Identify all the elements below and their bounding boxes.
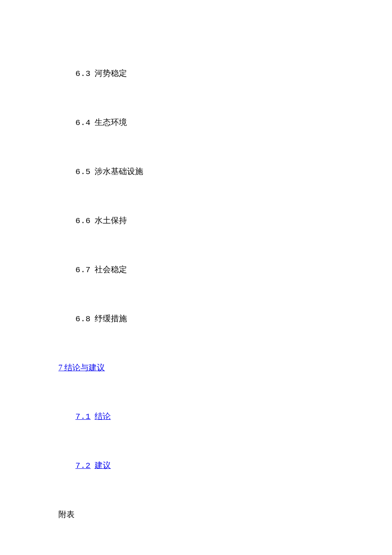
toc-link-number[interactable]: 7.2 xyxy=(75,461,91,471)
toc-number: 6.6 xyxy=(75,216,91,226)
toc-number: 6.8 xyxy=(75,314,91,324)
toc-item-6-3: 6.3 河势稳定 xyxy=(50,49,392,98)
toc-number: 6.4 xyxy=(75,118,91,128)
toc-spacer xyxy=(91,118,95,127)
toc-link-number[interactable]: 7.1 xyxy=(75,412,91,421)
toc-text: 社会稳定 xyxy=(95,265,127,274)
toc-text: 水土保持 xyxy=(95,216,127,225)
toc-number: 6.5 xyxy=(75,167,91,177)
document-page: 6.3 河势稳定 6.4 生态环境 6.5 涉水基础设施 6.6 水土保持 6.… xyxy=(0,0,392,555)
toc-text: 涉水基础设施 xyxy=(95,167,143,176)
toc-number: 6.7 xyxy=(75,265,91,275)
toc-text: 河势稳定 xyxy=(95,69,127,78)
toc-item-6-4: 6.4 生态环境 xyxy=(50,98,392,147)
toc-heading: 附表 xyxy=(58,510,75,519)
toc-spacer xyxy=(91,412,95,421)
toc-link-text[interactable]: 建议 xyxy=(95,461,111,470)
toc-spacer xyxy=(91,461,95,470)
toc-item-6-6: 6.6 水土保持 xyxy=(50,196,392,245)
toc-section-futable: 附表 xyxy=(50,490,392,539)
toc-item-6-7: 6.7 社会稳定 xyxy=(50,245,392,294)
toc-link-7[interactable]: 7 结论与建议 xyxy=(58,363,105,372)
toc-spacer xyxy=(91,69,95,78)
toc-item-6-5: 6.5 涉水基础设施 xyxy=(50,147,392,196)
toc-text: 生态环境 xyxy=(95,118,127,127)
toc-spacer xyxy=(91,265,95,274)
toc-section-7[interactable]: 7 结论与建议 xyxy=(50,343,392,392)
toc-spacer xyxy=(91,216,95,225)
toc-item-7-2[interactable]: 7.2 建议 xyxy=(50,441,392,490)
toc-item-6-8: 6.8 纾缓措施 xyxy=(50,294,392,343)
toc-spacer xyxy=(91,167,95,176)
toc-link-text[interactable]: 结论 xyxy=(95,412,111,421)
toc-text: 纾缓措施 xyxy=(95,314,127,323)
toc-number: 6.3 xyxy=(75,69,91,78)
toc-item-7-1[interactable]: 7.1 结论 xyxy=(50,392,392,441)
toc-spacer xyxy=(91,314,95,323)
toc-item-futable-1: (1)水库基本情况表 xyxy=(50,539,392,555)
